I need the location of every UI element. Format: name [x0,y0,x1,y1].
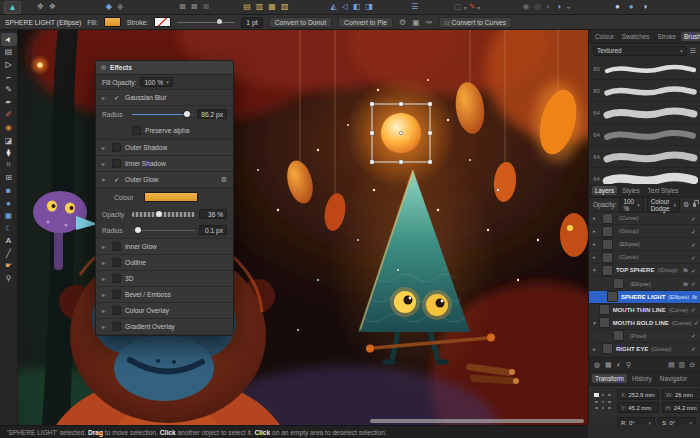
scale-stroke-icon[interactable]: ⊠ [191,2,198,12]
boolean-subtract-icon[interactable]: ◎ [534,2,541,12]
snap-option-1-icon[interactable]: ▤ [243,2,251,12]
layer-row[interactable]: SPHERE LIGHT (Ellipse) fx ✓ [589,291,700,304]
delete-layer-icon[interactable]: ⊖ [689,361,695,369]
layer-row[interactable]: ▾ MOUTH BOLD LINE (Curve) fx ✓ [589,317,700,330]
tab-brushes[interactable]: Brushes [681,32,700,41]
effect-row[interactable]: ▸ Colour Overlay [96,303,233,319]
gaussian-blur-checkbox[interactable]: ✓ [112,93,121,102]
stroke-pen-icon[interactable]: ✎ [469,2,476,12]
boolean-intersect-icon[interactable]: ◐ [546,2,551,12]
insert-behind-icon[interactable]: ◆ [106,2,112,12]
expander-icon[interactable]: ▸ [102,307,108,314]
fill-swatch[interactable] [104,17,121,27]
zoom-tool[interactable]: ⚲ [1,272,17,285]
move-back-icon[interactable]: ◧ [353,2,361,12]
visibility-check-icon[interactable]: ✓ [691,228,696,235]
expander-icon[interactable]: ▾ [593,320,596,326]
expander-icon[interactable]: ▸ [593,254,599,260]
effect-row[interactable]: ▸ Outer Shadow [96,140,233,156]
layer-row[interactable]: MOUTH THIN LINE (Curve) fx ✓ [589,304,700,317]
layer-row[interactable]: ▸ (Curve) fx ✓ [589,251,700,264]
geometry-option-2-icon[interactable]: ▣ [412,18,420,27]
add-pixel-layer-icon[interactable]: ▥ [679,361,686,369]
text-tool[interactable]: A [1,235,17,248]
rounded-rectangle-tool[interactable]: ▣ [1,209,17,222]
tab-layers[interactable]: Layers [592,186,617,195]
expander-icon[interactable]: ▾ [593,267,599,273]
move-tool[interactable]: ➤ [1,33,17,46]
stroke-width-input[interactable]: 1 pt [241,17,262,28]
layer-row[interactable]: (Ellipse) fx ✓ [589,277,700,290]
view-mode-retina-icon[interactable]: ◑ [643,2,648,12]
corner-tool[interactable]: ⌐ [1,71,17,84]
expander-icon[interactable]: ▸ [593,346,599,352]
effect-row[interactable]: ▸ Gradient Overlay [96,319,233,335]
panel-menu-icon[interactable]: ☰ [690,47,696,55]
y-field[interactable]: Y: 45.2 mm [617,402,659,413]
effect-row[interactable]: ▸ Outline [96,255,233,271]
add-mask-icon[interactable]: ▦ [605,361,612,369]
effect-row[interactable]: ▸ Inner Glow [96,239,233,255]
brush-item[interactable]: 64 [589,102,700,124]
layer-row[interactable]: ▾ TOP SPHERE (Group) fx ✓ [589,264,700,277]
expander-icon[interactable]: ▸ [102,291,108,298]
effect-row[interactable]: ▸ Inner Shadow [96,156,233,172]
layer-row[interactable]: ▸ (Curve) fx ✓ [589,212,700,225]
geometry-option-3-icon[interactable]: ✑ [426,18,433,27]
flip-horizontal-icon[interactable]: ◭ [330,2,336,12]
snap-option-3-icon[interactable]: ▦ [268,2,276,12]
glow-opacity-value[interactable]: 36 % [199,209,227,219]
gear-icon[interactable]: ⚙ [683,201,689,209]
close-icon[interactable] [101,65,106,70]
layer-row[interactable]: ▸ RIGHT EYE (Group) fx ✓ [589,343,700,356]
hand-tool[interactable]: ☛ [1,260,17,273]
expander-icon[interactable]: ▸ [593,215,599,221]
tab-text-styles[interactable]: Text Styles [645,186,682,195]
horizontal-scrollbar[interactable] [370,419,584,423]
visibility-check-icon[interactable]: ✓ [691,280,696,287]
brush-item[interactable]: 64 [589,146,700,168]
tab-stroke[interactable]: Stroke [655,32,679,41]
visibility-check-icon[interactable]: ✓ [691,215,696,222]
preserve-alpha-checkbox[interactable] [132,126,141,135]
expander-icon[interactable]: ▸ [102,144,108,151]
pen-caret-icon[interactable]: ▾ [477,4,480,11]
visibility-check-icon[interactable]: ✓ [691,306,696,313]
colour-picker-tool[interactable]: ⧫ [1,146,17,159]
expander-icon[interactable]: ▸ [102,259,108,266]
convert-to-donut-button[interactable]: Convert to Donut [269,17,332,28]
expander-icon[interactable]: ▾ [102,176,108,183]
visibility-check-icon[interactable]: ✓ [691,241,696,248]
transform-objects-icon[interactable]: ⊠ [179,2,186,12]
expander-icon[interactable]: ▸ [102,275,108,282]
height-field[interactable]: H: 24.2 mm [662,402,700,413]
lock-icon[interactable] [693,203,696,207]
layer-effects-icon[interactable]: ⚲ [626,361,631,369]
brush-category-dropdown[interactable]: Textured ▾ [593,46,687,56]
visibility-check-icon[interactable]: ✓ [694,319,699,326]
effect-checkbox[interactable] [112,290,121,299]
glow-colour-swatch[interactable] [144,192,198,202]
effects-panel-titlebar[interactable]: Effects [96,61,233,75]
effect-checkbox[interactable] [112,274,121,283]
tab-colour[interactable]: Colour [592,32,617,41]
node-tool[interactable]: ▷ [1,58,17,71]
stroke-swatch[interactable] [154,17,171,27]
expander-icon[interactable]: ▸ [102,243,108,250]
line-tool[interactable]: ╱ [1,247,17,260]
transparency-tool[interactable]: ◪ [1,134,17,147]
expander-icon[interactable]: ▸ [102,94,108,101]
view-mode-pixel-icon[interactable]: ● [629,2,634,12]
x-field[interactable]: X: 252.9 mm [617,389,659,400]
style-preset-icon[interactable]: ▢ [454,2,462,12]
tab-styles[interactable]: Styles [619,186,642,195]
stroke-width-slider[interactable] [177,18,235,26]
glow-radius-value[interactable]: 0.1 px [199,225,227,235]
view-mode-vector-icon[interactable]: ● [615,2,620,12]
artboard-tool[interactable]: ▤ [1,46,17,59]
add-layer-icon[interactable]: ▤ [668,361,675,369]
vector-brush-tool[interactable]: ✐ [1,109,17,122]
layer-row[interactable]: ▸ (Group) fx ✓ [589,225,700,238]
layer-opacity-dropdown[interactable]: 100 % ▾ [619,196,643,213]
geometry-option-1-icon[interactable]: ⚙ [399,18,406,27]
